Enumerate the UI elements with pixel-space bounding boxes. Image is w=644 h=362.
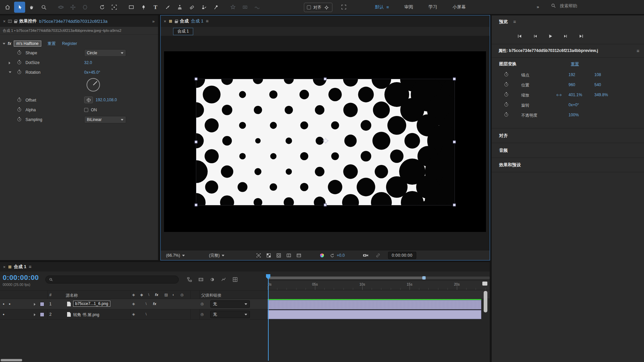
play-button[interactable] — [547, 33, 554, 40]
column-parent-link[interactable]: 父级和链接 — [201, 293, 221, 298]
switch-shy-icon[interactable]: ◈ — [132, 293, 135, 297]
active-composition-name[interactable]: 合成 1 — [191, 18, 204, 24]
offset-crosshair-button[interactable] — [84, 97, 93, 103]
text-tool-button[interactable]: T — [150, 2, 161, 13]
go-to-end-button[interactable] — [578, 33, 585, 40]
layer-name[interactable]: 转角 书 屋.png — [73, 312, 99, 318]
horizontal-scrollbar[interactable] — [1, 359, 22, 361]
parent-select[interactable]: 无 — [210, 311, 250, 318]
exposure-reset-icon[interactable] — [330, 253, 335, 258]
parent-select[interactable]: 无 — [210, 300, 250, 308]
position-x-value[interactable]: 960 — [569, 82, 575, 87]
column-layer-number[interactable]: # — [49, 293, 52, 297]
mask-visibility-icon[interactable] — [276, 253, 281, 258]
switch-quality-icon[interactable]: \ — [146, 302, 147, 306]
roto-brush-tool-button[interactable] — [198, 2, 209, 13]
layer-expander[interactable] — [34, 303, 36, 306]
switch-collapse-icon[interactable]: ◆ — [140, 293, 143, 297]
layer-color-swatch[interactable] — [40, 312, 44, 317]
link-dimensions-icon[interactable] — [556, 93, 561, 97]
camera-icon[interactable] — [363, 253, 369, 258]
stopwatch-icon[interactable] — [504, 83, 508, 86]
selection-handle-bottom-right[interactable] — [453, 203, 456, 206]
snap-target-icon[interactable] — [324, 5, 329, 10]
panel-title[interactable]: 效果控件 — [19, 18, 37, 24]
stopwatch-icon[interactable] — [504, 113, 508, 117]
hand-tool-button[interactable] — [26, 2, 37, 13]
column-source-name[interactable]: 源名称 — [66, 293, 78, 298]
viewport-timecode[interactable]: 0:00:00:00 — [388, 252, 416, 259]
offset-value[interactable]: 192.0,108.0 — [96, 98, 117, 102]
composition-viewport[interactable] — [164, 51, 486, 232]
stopwatch-icon[interactable] — [17, 70, 21, 74]
go-to-start-button[interactable] — [516, 33, 523, 40]
dotsize-value[interactable]: 32.0 — [84, 60, 92, 65]
scale-x-value[interactable]: 401.1% — [569, 93, 582, 97]
grid-icon[interactable] — [232, 277, 238, 282]
expander-down-icon[interactable] — [9, 71, 11, 73]
graph-editor-icon[interactable] — [221, 277, 226, 282]
opacity-value[interactable]: 100% — [569, 113, 579, 117]
workspace-tab-learn[interactable]: 学习 — [429, 4, 437, 10]
layer-visibility-toggle[interactable]: ● — [3, 302, 4, 306]
anchor-y-value[interactable]: 108 — [594, 72, 601, 77]
home-button[interactable] — [2, 2, 13, 13]
current-timecode[interactable]: 0:00:00:00 — [3, 274, 39, 282]
stopwatch-icon[interactable] — [17, 51, 21, 55]
effect-reset-link[interactable]: 重置 — [48, 41, 56, 47]
exposure-value[interactable]: +0.0 — [337, 253, 345, 258]
dolly-camera-tool-button[interactable] — [79, 2, 91, 13]
chain-icon[interactable] — [375, 253, 381, 258]
snap-checkbox[interactable] — [307, 5, 311, 9]
panel-menu-icon[interactable]: ≡ — [637, 48, 639, 54]
draft-3d-icon[interactable] — [198, 277, 204, 282]
zoom-tool-button[interactable] — [38, 2, 49, 13]
expander-down-icon[interactable] — [3, 43, 5, 45]
selection-handle-bottom-center[interactable] — [324, 203, 327, 206]
playhead-line[interactable] — [268, 275, 269, 361]
selection-handle-top-right[interactable] — [453, 77, 456, 80]
wave-warp-tool-button[interactable] — [252, 2, 263, 13]
switch-fx-icon[interactable]: fx — [153, 302, 156, 306]
pickwhip-icon[interactable]: ◎ — [201, 312, 204, 316]
anchor-point-icon[interactable] — [322, 137, 329, 144]
close-panel-icon[interactable]: × — [164, 19, 166, 24]
switch-shy-icon[interactable]: ◈ — [132, 302, 135, 306]
help-search-input[interactable] — [560, 3, 634, 8]
switch-shy-icon[interactable]: ◈ — [132, 312, 135, 316]
switch-quality-icon[interactable]: \ — [148, 293, 149, 297]
shape-select[interactable]: Circle — [84, 49, 126, 57]
motion-blur-icon[interactable] — [210, 277, 215, 282]
eraser-tool-button[interactable] — [186, 2, 197, 13]
timeline-search[interactable] — [45, 276, 179, 284]
workspace-tab-review[interactable]: 审阅 — [405, 4, 413, 10]
time-ruler[interactable]: 0s 05s 10s 15s 20s — [268, 281, 490, 290]
audio-section-header[interactable]: 音频 — [492, 143, 644, 158]
switch-quality-icon[interactable]: \ — [146, 312, 147, 316]
rectangle-tool-button[interactable] — [126, 2, 137, 13]
lock-icon[interactable] — [175, 21, 178, 23]
workspace-tab-default[interactable]: 默认 ≡ — [375, 4, 389, 10]
camera-frame-tool-button[interactable] — [109, 2, 120, 13]
switch-fx-icon[interactable]: fx — [155, 293, 158, 297]
selection-handle-middle-right[interactable] — [453, 140, 456, 143]
snapshot-icon[interactable] — [256, 253, 261, 258]
layer-visibility-toggle[interactable]: ● — [3, 313, 4, 316]
work-area-bar[interactable] — [268, 277, 425, 279]
rotation-value[interactable]: 0x+0° — [569, 103, 579, 107]
layer-row-2[interactable]: ● 2 转角 书 屋.png ◈ \ ◎ 无 — [0, 309, 268, 320]
workspace-menu-icon[interactable]: ≡ — [386, 5, 389, 10]
rotation-dial[interactable] — [87, 78, 100, 92]
transform-reset-link[interactable]: 重置 — [571, 61, 579, 67]
stopwatch-icon[interactable] — [17, 108, 21, 112]
guides-icon[interactable] — [296, 253, 302, 258]
rotate-tool-button[interactable] — [97, 2, 108, 13]
stopwatch-icon[interactable] — [504, 93, 508, 97]
panel-menu-icon[interactable]: ≡ — [206, 18, 208, 24]
workspace-tab-small-screen[interactable]: 小屏幕 — [453, 4, 466, 10]
selection-handle-middle-left[interactable] — [195, 140, 198, 143]
region-of-interest-icon[interactable] — [286, 253, 291, 258]
workspace-overflow-icon[interactable]: » — [537, 4, 540, 9]
stopwatch-icon[interactable] — [504, 73, 508, 76]
preview-panel-header[interactable]: 预览 ≡ — [492, 15, 644, 28]
